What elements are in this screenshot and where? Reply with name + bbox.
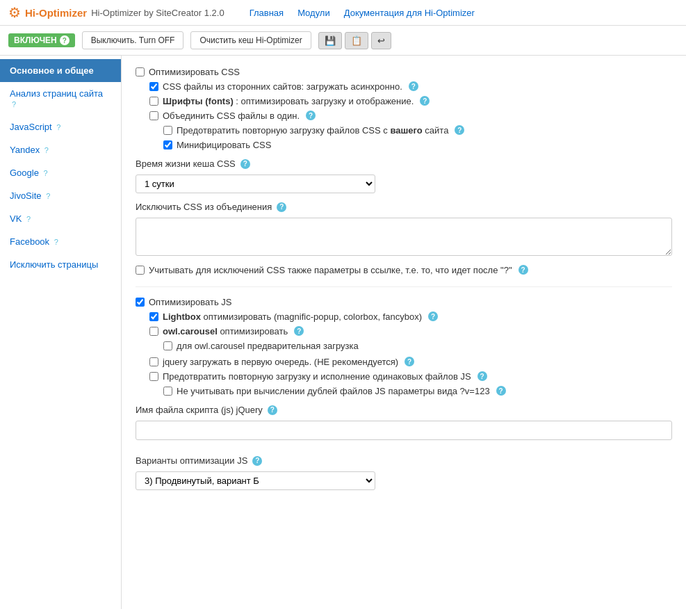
consider-params-checkbox[interactable]	[136, 266, 145, 275]
js-optimization-select-row: 1) Базовый 2) Продвинутый, вариант А 3) …	[136, 471, 672, 490]
turn-off-button[interactable]: Выключить. Turn OFF	[82, 31, 184, 49]
exclude-css-textarea[interactable]	[136, 218, 672, 256]
status-label: ВКЛЮЧЕН	[14, 35, 57, 45]
help-icon-prevent-reload-js[interactable]: ?	[477, 371, 487, 381]
third-party-css-row: CSS файлы из сторонних сайтов: загружать…	[149, 81, 672, 92]
status-badge: ВКЛЮЧЕН ?	[8, 33, 75, 47]
help-icon-owl[interactable]: ?	[294, 326, 304, 336]
help-icon-params[interactable]: ?	[518, 265, 528, 275]
minify-css-checkbox[interactable]	[163, 140, 172, 149]
minify-css-label: Минифицировать CSS	[177, 140, 271, 150]
no-params-checkbox[interactable]	[163, 387, 172, 396]
js-section: Оптимизировать JS Lightbox оптимизироват…	[136, 297, 672, 490]
sidebar-item-vk[interactable]: VK ?	[0, 207, 121, 230]
optimize-js-checkbox[interactable]	[136, 298, 145, 307]
help-icon-exclude[interactable]: ?	[277, 202, 286, 212]
consider-params-label: Учитывать для исключений CSS также парам…	[149, 265, 512, 275]
nav-home[interactable]: Главная	[250, 8, 284, 18]
help-icon-yandex[interactable]: ?	[44, 146, 49, 154]
cache-lifetime-select[interactable]: 1 сутки 2 суток 3 суток 7 суток 30 суток	[136, 175, 375, 193]
help-icon-js[interactable]: ?	[56, 123, 60, 131]
lightbox-checkbox[interactable]	[149, 312, 158, 321]
prevent-reload-css-checkbox[interactable]	[163, 126, 172, 135]
optimize-css-label: Оптимизировать CSS	[149, 67, 240, 77]
help-icon-jivosite[interactable]: ?	[46, 192, 50, 200]
clear-cache-button[interactable]: Очистить кеш Hi-Optimizer	[190, 31, 311, 49]
help-icon-third-party[interactable]: ?	[409, 81, 418, 91]
help-icon-vk[interactable]: ?	[26, 215, 31, 223]
optimize-js-row: Оптимизировать JS	[136, 297, 672, 307]
help-icon-cache[interactable]: ?	[240, 159, 250, 169]
help-icon-analiz[interactable]: ?	[12, 100, 16, 108]
css-section: Оптимизировать CSS CSS файлы из сторонни…	[136, 67, 672, 275]
sidebar-item-jivosite[interactable]: JivoSite ?	[0, 184, 121, 207]
merge-css-label: Объединить CSS файлы в один.	[163, 111, 300, 121]
owl-carousel-checkbox[interactable]	[149, 327, 158, 336]
lightbox-label: Lightbox оптимизировать (magnific-popup,…	[163, 311, 422, 322]
owl-preload-checkbox[interactable]	[163, 341, 172, 350]
layout: Основное и общее Анализ страниц сайта ? …	[0, 56, 686, 609]
minify-css-row: Минифицировать CSS	[163, 140, 672, 150]
cache-lifetime-select-row: 1 сутки 2 суток 3 суток 7 суток 30 суток	[136, 175, 672, 193]
prevent-reload-js-checkbox[interactable]	[149, 372, 158, 381]
logo-text: Hi-Optimizer	[25, 7, 87, 19]
owl-carousel-row: owl.carousel оптимизировать ?	[149, 326, 672, 337]
jquery-filename-label: Имя файла скрипта (js) jQuery ?	[136, 405, 672, 415]
lightbox-row: Lightbox оптимизировать (magnific-popup,…	[149, 311, 672, 322]
js-optimization-select[interactable]: 1) Базовый 2) Продвинутый, вариант А 3) …	[136, 471, 375, 490]
undo-icon-button[interactable]: ↩	[371, 32, 391, 49]
help-icon-no-params[interactable]: ?	[496, 386, 506, 396]
merge-css-checkbox[interactable]	[149, 111, 158, 120]
help-icon-google[interactable]: ?	[44, 169, 48, 177]
sidebar-item-google[interactable]: Google ?	[0, 161, 121, 184]
fonts-checkbox[interactable]	[149, 97, 158, 106]
logo-icon: ⚙	[8, 4, 21, 21]
optimize-css-row: Оптимизировать CSS	[136, 67, 672, 77]
sidebar-item-yandex[interactable]: Yandex ?	[0, 138, 121, 161]
sidebar: Основное и общее Анализ страниц сайта ? …	[0, 56, 122, 609]
help-icon-js-opt[interactable]: ?	[252, 456, 262, 466]
jquery-first-row: jquery загружать в первую очередь. (НЕ р…	[149, 357, 672, 367]
owl-preload-label: для owl.carousel предварительная загрузк…	[177, 341, 359, 351]
help-icon-jquery-filename[interactable]: ?	[268, 405, 277, 415]
merge-css-row: Объединить CSS файлы в один. ?	[149, 111, 672, 121]
third-party-css-checkbox[interactable]	[149, 82, 158, 91]
sidebar-item-analiz[interactable]: Анализ страниц сайта ?	[0, 82, 121, 115]
logo-subtitle: Hi-Optimizer by SiteCreator 1.2.0	[91, 8, 224, 18]
owl-preload-row: для owl.carousel предварительная загрузк…	[163, 341, 672, 351]
sidebar-item-osnovnoe[interactable]: Основное и общее	[0, 59, 121, 82]
no-params-label: Не учитывать при вычислении дублей файло…	[177, 386, 490, 396]
help-icon-facebook[interactable]: ?	[54, 238, 58, 246]
sidebar-item-facebook[interactable]: Facebook ?	[0, 230, 121, 253]
third-party-css-label: CSS файлы из сторонних сайтов: загружать…	[163, 81, 402, 92]
prevent-reload-css-row: Предотвратить повторную загрузку файлов …	[163, 125, 672, 136]
help-icon-lightbox[interactable]: ?	[428, 311, 438, 321]
status-help-icon[interactable]: ?	[60, 35, 70, 45]
sidebar-item-exclude-pages[interactable]: Исключить страницы	[0, 253, 121, 276]
fonts-label: Шрифты (fonts) : оптимизировать загрузку…	[163, 96, 414, 106]
help-icon-merge[interactable]: ?	[306, 111, 316, 120]
header: ⚙ Hi-Optimizer Hi-Optimizer by SiteCreat…	[0, 0, 686, 26]
help-icon-prevent-reload[interactable]: ?	[455, 125, 464, 135]
jquery-filename-input[interactable]	[136, 421, 672, 440]
prevent-reload-js-label: Предотвратить повторную загрузку и испол…	[163, 371, 471, 382]
optimize-js-label: Оптимизировать JS	[149, 297, 231, 307]
nav-modules[interactable]: Модули	[297, 8, 330, 18]
logo-area: ⚙ Hi-Optimizer Hi-Optimizer by SiteCreat…	[8, 4, 224, 21]
exclude-css-label: Исключить CSS из объединения ?	[136, 202, 672, 212]
help-icon-fonts[interactable]: ?	[420, 96, 430, 106]
jquery-first-checkbox[interactable]	[149, 357, 158, 366]
nav-docs[interactable]: Документация для Hi-Optimizer	[344, 8, 475, 18]
prevent-reload-js-row: Предотвратить повторную загрузку и испол…	[149, 371, 672, 382]
sidebar-item-javascript[interactable]: JavaScript ?	[0, 115, 121, 138]
toolbar-icons: 💾 📋 ↩	[318, 32, 391, 49]
jquery-first-label: jquery загружать в первую очередь. (НЕ р…	[163, 357, 398, 367]
js-optimization-label: Варианты оптимизации JS ?	[136, 455, 672, 466]
fonts-row: Шрифты (fonts) : оптимизировать загрузку…	[149, 96, 672, 106]
main-content: Оптимизировать CSS CSS файлы из сторонни…	[122, 56, 686, 609]
consider-params-row: Учитывать для исключений CSS также парам…	[136, 265, 672, 275]
help-icon-jquery-first[interactable]: ?	[405, 357, 414, 366]
save-icon-button[interactable]: 💾	[318, 32, 342, 49]
copy-icon-button[interactable]: 📋	[345, 32, 368, 49]
optimize-css-checkbox[interactable]	[136, 67, 145, 76]
